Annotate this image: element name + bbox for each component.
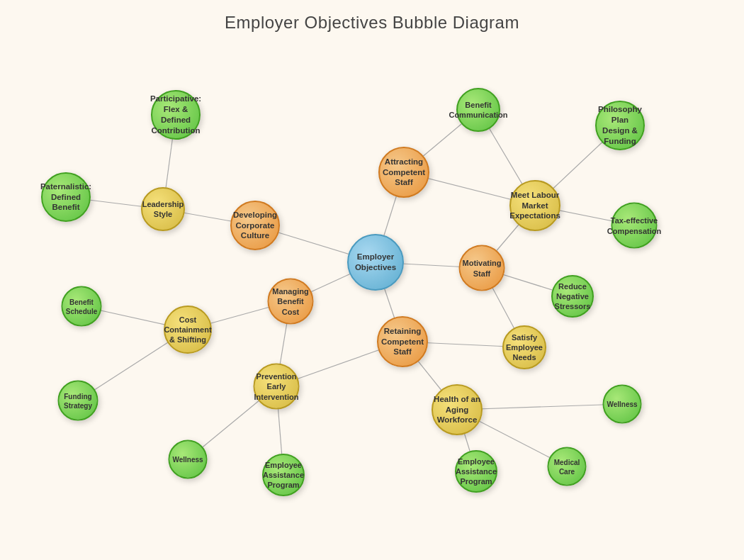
- bubble-attracting-competent: AttractingCompetentStaff: [378, 147, 429, 198]
- bubble-managing-benefit: ManagingBenefit Cost: [268, 279, 314, 325]
- bubble-employee-assistance-left: EmployeeAssistanceProgram: [262, 454, 305, 496]
- bubble-leadership-style: LeadershipStyle: [141, 187, 185, 231]
- bubble-philosophy-plan: Philosophy PlanDesign &Funding: [595, 101, 645, 150]
- bubble-motivating-staff: MotivatingStaff: [459, 245, 505, 291]
- bubble-employee-assistance-right: EmployeeAssistanceProgram: [455, 450, 497, 493]
- bubble-wellness-right: Wellness: [603, 385, 642, 424]
- bubble-benefit-communication: BenefitCommunication: [456, 88, 500, 132]
- bubble-medical-care: Medical Care: [548, 447, 587, 486]
- bubble-paternalistic: Paternalistic:Defined Benefit: [41, 172, 91, 222]
- bubble-benefit-schedule: BenefitSchedule: [62, 286, 102, 327]
- page-title: Employer Objectives Bubble Diagram: [0, 0, 744, 33]
- bubble-satisfy-employee: SatisfyEmployeeNeeds: [502, 325, 546, 369]
- bubble-reduce-negative: ReduceNegativeStressors: [551, 275, 594, 318]
- bubble-employer-objectives: EmployerObjectives: [347, 234, 404, 291]
- bubble-prevention-early: PreventionEarlyIntervention: [254, 364, 300, 410]
- bubble-funding-strategy: FundingStrategy: [58, 381, 98, 421]
- bubble-cost-containment: CostContainment& Shifting: [164, 306, 212, 354]
- bubble-meet-labour: Meet LabourMarketExpectations: [509, 180, 560, 231]
- bubble-health-aging: Health of anAging Workforce: [432, 384, 483, 435]
- bubble-participative: Participative:Flex & DefinedContribution: [151, 90, 201, 140]
- bubble-wellness-left: Wellness: [169, 440, 208, 479]
- bubble-tax-effective: Tax-effectiveCompensation: [611, 203, 658, 249]
- bubble-retaining-competent: RetainingCompetentStaff: [377, 316, 428, 367]
- bubble-developing-corporate: DevelopingCorporateCulture: [230, 201, 280, 250]
